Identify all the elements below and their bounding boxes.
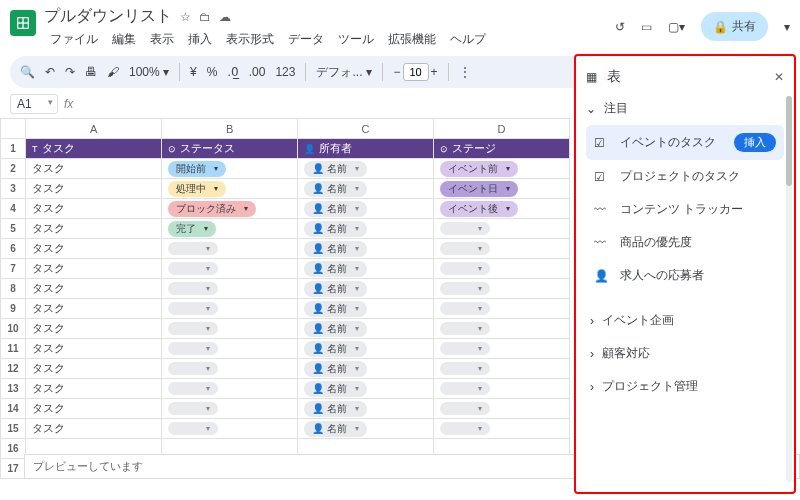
row-2[interactable]: 2 — [1, 159, 26, 179]
task-cell[interactable]: タスク — [26, 159, 162, 179]
status-cell[interactable] — [162, 399, 298, 419]
owner-cell[interactable]: 👤 名前 — [298, 379, 434, 399]
task-cell[interactable]: タスク — [26, 299, 162, 319]
size-minus[interactable]: − — [393, 65, 400, 79]
move-icon[interactable]: 🗀 — [199, 10, 211, 24]
stage-cell[interactable] — [434, 399, 570, 419]
status-cell[interactable] — [162, 299, 298, 319]
menu-編集[interactable]: 編集 — [106, 29, 142, 50]
task-cell[interactable]: タスク — [26, 199, 162, 219]
stage-cell[interactable] — [434, 319, 570, 339]
menu-データ[interactable]: データ — [282, 29, 330, 50]
stage-cell[interactable] — [434, 219, 570, 239]
status-cell[interactable] — [162, 259, 298, 279]
stage-cell[interactable] — [434, 419, 570, 439]
status-cell[interactable]: 完了 — [162, 219, 298, 239]
header-タスク[interactable]: Tタスク▾ — [26, 139, 162, 159]
template-商品の優先度[interactable]: 〰商品の優先度 — [586, 226, 784, 259]
template-イベントのタスク[interactable]: ☑イベントのタスク挿入 — [586, 125, 784, 160]
insert-button[interactable]: 挿入 — [734, 133, 776, 152]
percent-button[interactable]: % — [207, 65, 218, 79]
template-コンテンツ トラッカー[interactable]: 〰コンテンツ トラッカー — [586, 193, 784, 226]
menu-表示形式[interactable]: 表示形式 — [220, 29, 280, 50]
stage-cell[interactable]: イベント前 — [434, 159, 570, 179]
task-cell[interactable]: タスク — [26, 219, 162, 239]
row-14[interactable]: 14 — [1, 399, 26, 419]
owner-cell[interactable]: 👤 名前 — [298, 399, 434, 419]
row-9[interactable]: 9 — [1, 299, 26, 319]
owner-cell[interactable]: 👤 名前 — [298, 319, 434, 339]
col-A[interactable]: A — [26, 119, 162, 139]
share-button[interactable]: 🔒 共有 — [701, 12, 768, 41]
zoom-select[interactable]: 100% ▾ — [129, 65, 169, 79]
stage-cell[interactable]: イベント後 — [434, 199, 570, 219]
col-D[interactable]: D — [434, 119, 570, 139]
owner-cell[interactable]: 👤 名前 — [298, 259, 434, 279]
owner-cell[interactable]: 👤 名前 — [298, 419, 434, 439]
section-顧客対応[interactable]: ›顧客対応 — [586, 337, 784, 370]
row-10[interactable]: 10 — [1, 319, 26, 339]
task-cell[interactable]: タスク — [26, 419, 162, 439]
account-menu[interactable]: ▾ — [784, 20, 790, 34]
row-6[interactable]: 6 — [1, 239, 26, 259]
size-plus[interactable]: + — [431, 65, 438, 79]
status-cell[interactable] — [162, 319, 298, 339]
doc-title[interactable]: プルダウンリスト — [44, 6, 172, 27]
menu-拡張機能[interactable]: 拡張機能 — [382, 29, 442, 50]
sheets-logo[interactable] — [10, 10, 36, 36]
close-icon[interactable]: ✕ — [774, 70, 784, 84]
search-icon[interactable]: 🔍 — [20, 65, 35, 79]
stage-cell[interactable] — [434, 279, 570, 299]
currency-button[interactable]: ¥ — [190, 65, 197, 79]
stage-cell[interactable] — [434, 339, 570, 359]
font-select[interactable]: デフォ... ▾ — [316, 64, 372, 81]
owner-cell[interactable]: 👤 名前 — [298, 299, 434, 319]
font-size-input[interactable] — [403, 63, 429, 81]
stage-cell[interactable] — [434, 359, 570, 379]
menu-ヘルプ[interactable]: ヘルプ — [444, 29, 492, 50]
status-cell[interactable]: ブロック済み — [162, 199, 298, 219]
header-所有者[interactable]: 👤所有者▾ — [298, 139, 434, 159]
undo-icon[interactable]: ↶ — [45, 65, 55, 79]
owner-cell[interactable]: 👤 名前 — [298, 339, 434, 359]
template-求人への応募者[interactable]: 👤求人への応募者 — [586, 259, 784, 292]
status-cell[interactable] — [162, 239, 298, 259]
owner-cell[interactable]: 👤 名前 — [298, 279, 434, 299]
col-C[interactable]: C — [298, 119, 434, 139]
task-cell[interactable]: タスク — [26, 239, 162, 259]
more-toolbar[interactable]: ⋮ — [459, 65, 471, 79]
status-cell[interactable] — [162, 379, 298, 399]
section-イベント企画[interactable]: ›イベント企画 — [586, 304, 784, 337]
status-cell[interactable] — [162, 339, 298, 359]
row-3[interactable]: 3 — [1, 179, 26, 199]
featured-section[interactable]: ⌄ 注目 — [586, 100, 784, 117]
task-cell[interactable]: タスク — [26, 319, 162, 339]
dec-decrease[interactable]: .0̲ — [227, 65, 238, 79]
task-cell[interactable]: タスク — [26, 379, 162, 399]
status-cell[interactable] — [162, 359, 298, 379]
dec-increase[interactable]: .00 — [249, 65, 266, 79]
row-11[interactable]: 11 — [1, 339, 26, 359]
row-7[interactable]: 7 — [1, 259, 26, 279]
format-123[interactable]: 123 — [275, 65, 295, 79]
owner-cell[interactable]: 👤 名前 — [298, 199, 434, 219]
template-プロジェクトのタスク[interactable]: ☑プロジェクトのタスク — [586, 160, 784, 193]
row-16[interactable]: 16 — [1, 439, 26, 459]
redo-icon[interactable]: ↷ — [65, 65, 75, 79]
stage-cell[interactable] — [434, 239, 570, 259]
meet-icon[interactable]: ▢▾ — [668, 20, 685, 34]
panel-scrollbar[interactable] — [786, 96, 792, 482]
menu-ツール[interactable]: ツール — [332, 29, 380, 50]
menu-表示[interactable]: 表示 — [144, 29, 180, 50]
row-4[interactable]: 4 — [1, 199, 26, 219]
header-ステージ[interactable]: ⊙ステージ▾ — [434, 139, 570, 159]
section-プロジェクト管理[interactable]: ›プロジェクト管理 — [586, 370, 784, 403]
name-box[interactable]: A1 — [10, 94, 58, 114]
row-13[interactable]: 13 — [1, 379, 26, 399]
comment-icon[interactable]: ▭ — [641, 20, 652, 34]
print-icon[interactable]: 🖶 — [85, 65, 97, 79]
status-cell[interactable] — [162, 279, 298, 299]
task-cell[interactable]: タスク — [26, 179, 162, 199]
owner-cell[interactable]: 👤 名前 — [298, 219, 434, 239]
menu-挿入[interactable]: 挿入 — [182, 29, 218, 50]
